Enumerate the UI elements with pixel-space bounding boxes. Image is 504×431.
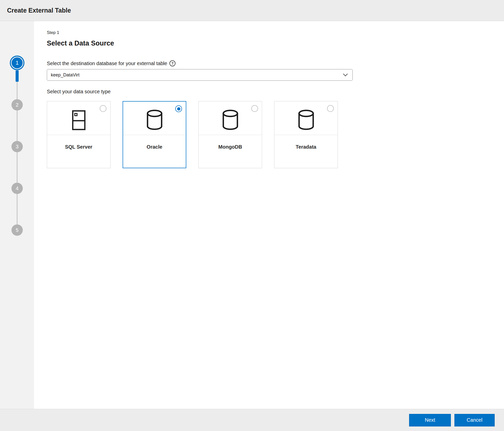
database-cylinder-icon (298, 110, 315, 130)
step-indicator-3: 3 (12, 141, 23, 152)
chevron-down-icon (343, 73, 348, 76)
data-source-card-mongodb[interactable]: MongoDB (198, 101, 262, 168)
step-number: 1 (16, 60, 19, 66)
step-label: Step 1 (47, 30, 494, 35)
page-title: Select a Data Source (47, 39, 494, 47)
radio-selected-icon[interactable] (175, 105, 182, 112)
dialog-header: Create External Table (0, 0, 504, 21)
dialog-footer: Next Cancel (0, 409, 504, 431)
step-indicator-4: 4 (12, 183, 23, 194)
step-number: 2 (16, 102, 18, 108)
data-source-cards: SQL Server Oracle (47, 101, 494, 168)
radio-unselected-icon[interactable] (327, 105, 334, 112)
data-source-card-oracle[interactable]: Oracle (123, 101, 186, 168)
database-select-value: keep_DataVirt (51, 72, 80, 78)
card-label: MongoDB (199, 144, 262, 150)
step-indicator-1: 1 (10, 56, 24, 70)
database-field-label: Select the destination database for your… (47, 61, 167, 66)
step-number: 5 (16, 227, 18, 233)
step-content: Step 1 Select a Data Source Select the d… (34, 21, 504, 409)
data-source-card-teradata[interactable]: Teradata (274, 101, 338, 168)
dialog-title: Create External Table (7, 7, 71, 14)
database-cylinder-icon (146, 110, 163, 130)
help-icon[interactable]: ? (169, 60, 175, 66)
step-indicator-5: 5 (12, 225, 23, 236)
data-source-card-sql-server[interactable]: SQL Server (47, 101, 111, 168)
step-indicator-2: 2 (12, 99, 23, 111)
next-button[interactable]: Next (409, 414, 451, 426)
cancel-button[interactable]: Cancel (454, 414, 495, 426)
step-number: 4 (16, 186, 18, 191)
card-label: Oracle (123, 144, 186, 150)
source-type-label: Select your data source type (47, 89, 494, 95)
card-label: Teradata (274, 144, 338, 150)
stepper-progress-bar (16, 70, 19, 82)
radio-unselected-icon[interactable] (100, 105, 106, 112)
dialog-body: 1 2 3 4 5 Step 1 Select a Data Source Se… (0, 21, 504, 409)
card-label: SQL Server (47, 144, 110, 150)
wizard-stepper: 1 2 3 4 5 (0, 21, 34, 409)
sql-server-icon (72, 110, 86, 130)
radio-unselected-icon[interactable] (251, 105, 258, 112)
database-select[interactable]: keep_DataVirt (47, 69, 353, 81)
step-number: 3 (16, 144, 18, 150)
database-cylinder-icon (222, 110, 239, 130)
